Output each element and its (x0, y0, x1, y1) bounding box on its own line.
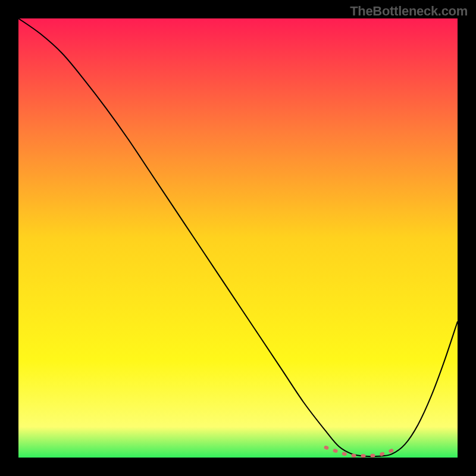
gradient-background (18, 18, 458, 458)
plot-area (18, 18, 458, 458)
watermark-label: TheBottleneck.com (350, 4, 468, 19)
chart-svg (18, 18, 458, 458)
chart-frame: TheBottleneck.com (0, 0, 476, 476)
